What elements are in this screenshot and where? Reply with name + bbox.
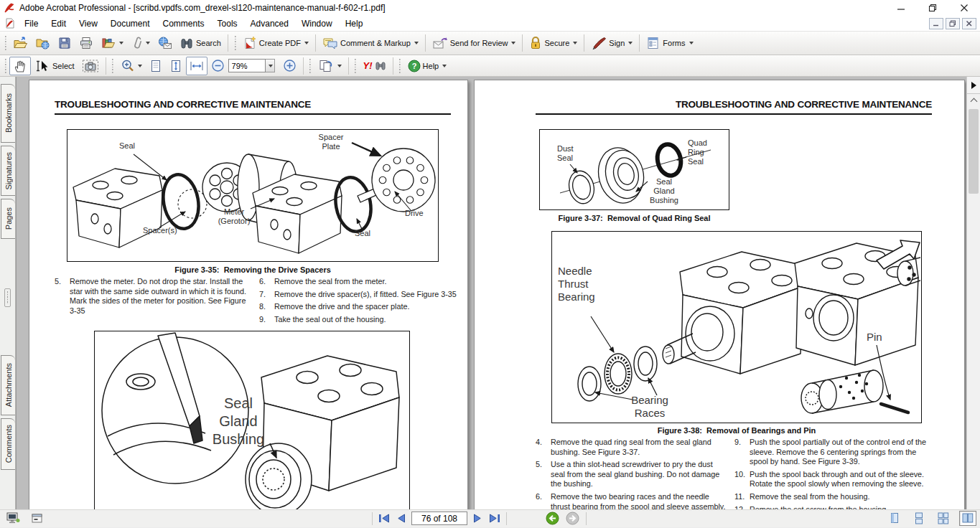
doc-restore-button[interactable] (946, 18, 960, 29)
first-page-button[interactable] (378, 513, 391, 524)
hide-panel-button[interactable] (967, 77, 980, 94)
figure-label-drive: Drive (405, 209, 424, 218)
open-web-page-button[interactable] (32, 34, 54, 52)
reading-mode-icon[interactable] (6, 512, 20, 525)
tab-attachments[interactable]: Attachments (1, 355, 15, 415)
email-icon (157, 36, 172, 50)
steps-column-left: 5.Remove the meter. Do not drop the star… (55, 277, 252, 316)
tab-comments[interactable]: Comments (1, 418, 15, 470)
tab-signatures[interactable]: Signatures (1, 146, 15, 196)
attach-button[interactable] (127, 34, 154, 52)
snapshot-tool-button[interactable] (78, 57, 103, 75)
menu-help[interactable]: Help (339, 16, 370, 31)
page-display-button[interactable] (314, 57, 345, 75)
toolbar-separator (584, 34, 584, 52)
minimize-button[interactable] (885, 0, 917, 16)
print-button[interactable] (75, 34, 97, 52)
menu-document[interactable]: Document (104, 16, 157, 31)
hand-tool-button[interactable] (9, 57, 31, 75)
continuous-facing-layout-button[interactable] (935, 511, 952, 526)
panel-splitter-handle[interactable] (4, 288, 11, 307)
zoom-level-input[interactable] (228, 59, 266, 72)
zoom-level-dropdown[interactable] (266, 59, 275, 72)
doc-close-button[interactable] (962, 18, 976, 29)
forms-button[interactable]: Forms (643, 34, 696, 52)
fit-page-icon (169, 59, 182, 73)
menu-view[interactable]: View (73, 16, 104, 31)
tab-pages[interactable]: Pages (1, 199, 15, 239)
open-button[interactable] (9, 34, 32, 52)
document-pane[interactable]: TROUBLESHOOTING AND CORRECTIVE MAINTENAN… (16, 77, 966, 509)
tab-bookmarks[interactable]: Bookmarks (1, 84, 15, 143)
sign-button[interactable]: Sign (587, 34, 636, 52)
figure-label-spacers: Spacer(s) (143, 226, 177, 235)
status-left-icons (6, 512, 44, 525)
email-button[interactable] (154, 34, 176, 52)
actual-size-button[interactable] (146, 57, 166, 75)
zoom-in-button[interactable] (279, 57, 300, 75)
navigation-tabstrip: Bookmarks Signatures Pages Attachments C… (0, 77, 16, 509)
comment-markup-button[interactable]: Comment & Markup (319, 34, 422, 52)
page-number-input[interactable] (411, 512, 467, 525)
restore-button[interactable] (917, 0, 948, 16)
search-button[interactable]: Search (176, 34, 225, 52)
previous-view-button[interactable] (546, 512, 559, 525)
help-button[interactable]: ?Help (404, 57, 451, 75)
select-tool-button[interactable]: Select (31, 57, 78, 75)
zoom-tool-button[interactable] (117, 57, 146, 75)
scrollbar-thumb[interactable] (969, 109, 979, 194)
menu-comments[interactable]: Comments (157, 16, 211, 31)
zoom-out-button[interactable] (207, 57, 228, 75)
collapse-arrow-icon (971, 82, 976, 89)
secure-label: Secure (544, 39, 569, 47)
toolbar-grip[interactable] (398, 59, 402, 73)
toolbar-grip[interactable] (4, 36, 7, 50)
create-pdf-button[interactable]: Create PDF (239, 34, 312, 52)
toolbar-grip[interactable] (309, 59, 312, 73)
scroll-up-button[interactable] (967, 94, 980, 106)
search-binoculars-icon (179, 36, 194, 50)
dropdown-arrow-icon (628, 42, 633, 44)
toolbar-grip[interactable] (111, 59, 115, 73)
fit-page-button[interactable] (166, 57, 186, 75)
toolbar-grip[interactable] (233, 36, 237, 50)
secure-button[interactable]: Secure (526, 34, 581, 52)
last-page-button[interactable] (487, 513, 501, 524)
fit-width-icon (190, 59, 204, 73)
save-button[interactable] (54, 34, 75, 52)
chevron-up-icon (970, 98, 977, 105)
facing-layout-button[interactable] (959, 511, 976, 526)
toolbar-grip[interactable] (4, 59, 7, 73)
menu-window[interactable]: Window (295, 16, 339, 31)
menu-file[interactable]: File (18, 16, 45, 31)
close-button[interactable] (948, 0, 980, 16)
doc-status-icon[interactable] (31, 513, 44, 524)
single-page-layout-button[interactable] (886, 511, 903, 526)
toolbar-grip[interactable] (354, 59, 358, 73)
help-icon: ? (408, 60, 421, 72)
vertical-scrollbar[interactable] (967, 106, 980, 509)
fit-width-button[interactable] (186, 57, 207, 75)
send-for-review-button[interactable]: Send for Review (429, 34, 520, 52)
lock-icon (529, 36, 542, 50)
dropdown-arrow-icon (511, 42, 515, 44)
dropdown-arrow-icon (119, 42, 123, 44)
menu-edit[interactable]: Edit (45, 16, 73, 31)
pdf-document-icon (5, 18, 15, 29)
yahoo-search-button[interactable]: Y! (360, 58, 390, 73)
next-page-button[interactable] (472, 513, 482, 524)
figure-label-spacer-plate: Spacer Plate (312, 133, 350, 151)
page-navigation (372, 512, 507, 525)
actual-size-page-icon (149, 59, 162, 73)
forms-icon (646, 36, 661, 50)
comment-markup-label: Comment & Markup (340, 39, 411, 47)
figure-label-needle-thrust-bearing: Needle Thrust Bearing (558, 265, 595, 303)
next-view-button[interactable] (566, 512, 579, 525)
menu-advanced[interactable]: Advanced (244, 16, 295, 31)
organizer-button[interactable] (97, 34, 127, 52)
menu-tools[interactable]: Tools (211, 16, 244, 31)
pdf-page-left: TROUBLESHOOTING AND CORRECTIVE MAINTENAN… (29, 80, 468, 509)
continuous-layout-button[interactable] (910, 511, 928, 526)
previous-page-button[interactable] (396, 513, 406, 524)
doc-minimize-button[interactable] (929, 18, 943, 29)
